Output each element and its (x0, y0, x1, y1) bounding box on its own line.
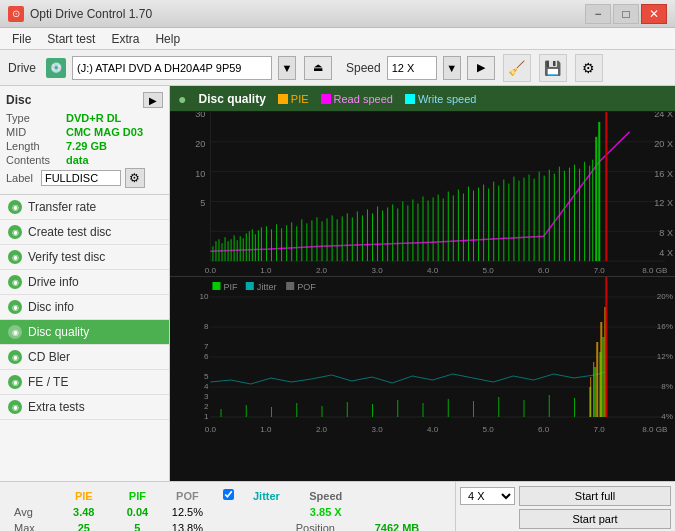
svg-rect-169 (600, 322, 602, 417)
svg-rect-44 (271, 229, 272, 261)
sidebar-item-disc-info[interactable]: ◉ Disc info (0, 295, 169, 320)
svg-text:16 X: 16 X (654, 169, 673, 179)
svg-rect-32 (231, 239, 232, 261)
svg-rect-69 (397, 208, 398, 261)
left-panel: Disc ▶ Type DVD+R DL MID CMC MAG D03 Len… (0, 86, 170, 481)
position-value: 7462 MB (362, 521, 432, 531)
svg-rect-105 (579, 169, 580, 261)
avg-speed: 3.85 X (292, 505, 360, 519)
top-chart: 30 20 10 5 24 X 20 X 16 X 12 X 8 X 4 X 0… (170, 112, 675, 277)
drive-selector[interactable]: (J:) ATAPI DVD A DH20A4P 9P59 (72, 56, 272, 80)
svg-rect-74 (423, 196, 424, 261)
svg-rect-104 (574, 165, 575, 261)
svg-rect-110 (598, 122, 600, 261)
eject-button[interactable]: ⏏ (304, 56, 332, 80)
svg-rect-27 (215, 241, 216, 261)
maximize-button[interactable]: □ (613, 4, 639, 24)
svg-rect-36 (243, 238, 244, 261)
svg-rect-67 (387, 207, 388, 261)
svg-rect-148 (246, 405, 247, 417)
bottom-chart: PIF Jitter POF 20% 16% 12% 8% 4 (170, 277, 675, 437)
svg-text:2: 2 (204, 402, 209, 411)
svg-rect-93 (518, 181, 519, 262)
svg-rect-149 (271, 407, 272, 417)
minimize-button[interactable]: − (585, 4, 611, 24)
svg-rect-80 (453, 195, 454, 261)
sidebar-item-disc-quality[interactable]: ◉ Disc quality (0, 320, 169, 345)
transfer-rate-icon: ◉ (8, 200, 22, 214)
svg-rect-81 (458, 190, 459, 262)
sidebar-item-cd-bler[interactable]: ◉ CD Bler (0, 345, 169, 370)
svg-rect-50 (301, 219, 302, 261)
clear-button[interactable]: 🧹 (503, 54, 531, 82)
disc-quality-icon: ◉ (8, 325, 22, 339)
speed-selector[interactable]: 12 X (387, 56, 437, 80)
menu-extra[interactable]: Extra (103, 30, 147, 48)
drive-icon: 💿 (46, 58, 66, 78)
drive-label: Drive (8, 61, 36, 75)
menu-file[interactable]: File (4, 30, 39, 48)
create-test-disc-icon: ◉ (8, 225, 22, 239)
speed-right-button[interactable]: ▶ (467, 56, 495, 80)
close-button[interactable]: ✕ (641, 4, 667, 24)
svg-text:5: 5 (204, 372, 209, 381)
menu-help[interactable]: Help (147, 30, 188, 48)
verify-test-disc-icon: ◉ (8, 250, 22, 264)
cd-bler-label: CD Bler (28, 350, 70, 364)
pie-legend-dot (278, 94, 288, 104)
avg-pof: 12.5% (161, 505, 213, 519)
sidebar-item-transfer-rate[interactable]: ◉ Transfer rate (0, 195, 169, 220)
options-button[interactable]: ⚙ (575, 54, 603, 82)
disc-arrow-button[interactable]: ▶ (143, 92, 163, 108)
disc-label-input[interactable] (41, 170, 121, 186)
svg-rect-89 (498, 186, 499, 262)
disc-label-gear[interactable]: ⚙ (125, 168, 145, 188)
scan-speed-select[interactable]: 4 X 8 X 12 X (460, 487, 515, 505)
start-full-button[interactable]: Start full (519, 486, 671, 506)
svg-rect-51 (306, 223, 307, 261)
svg-text:8%: 8% (661, 382, 673, 391)
svg-text:1.0: 1.0 (260, 266, 272, 275)
svg-text:2.0: 2.0 (316, 425, 328, 434)
svg-rect-85 (478, 188, 479, 262)
col-header-jitter-check (216, 488, 241, 503)
menu-bar: File Start test Extra Help (0, 28, 675, 50)
max-pof: 13.8% (161, 521, 213, 531)
svg-text:2.0: 2.0 (316, 266, 328, 275)
svg-rect-151 (322, 406, 323, 417)
svg-rect-154 (397, 400, 398, 417)
svg-rect-97 (539, 172, 540, 261)
svg-rect-76 (433, 197, 434, 261)
write-speed-legend-label: Write speed (418, 93, 477, 105)
disc-info-label: Disc info (28, 300, 74, 314)
sidebar-item-extra-tests[interactable]: ◉ Extra tests (0, 395, 169, 420)
save-button[interactable]: 💾 (539, 54, 567, 82)
sidebar-item-fe-te[interactable]: ◉ FE / TE (0, 370, 169, 395)
svg-text:5.0: 5.0 (483, 425, 495, 434)
extra-tests-icon: ◉ (8, 400, 22, 414)
svg-rect-60 (352, 217, 353, 261)
sidebar-item-create-test-disc[interactable]: ◉ Create test disc (0, 220, 169, 245)
svg-text:4.0: 4.0 (427, 266, 439, 275)
sidebar-item-verify-test-disc[interactable]: ◉ Verify test disc (0, 245, 169, 270)
start-part-button[interactable]: Start part (519, 509, 671, 529)
svg-text:4.0: 4.0 (427, 425, 439, 434)
svg-rect-153 (372, 404, 373, 417)
drive-dropdown-arrow[interactable]: ▼ (278, 56, 296, 80)
svg-text:20 X: 20 X (654, 139, 673, 149)
svg-rect-113 (212, 282, 220, 290)
svg-rect-159 (524, 400, 525, 417)
disc-quality-label: Disc quality (28, 325, 89, 339)
col-header-jitter: Jitter (243, 488, 290, 503)
title-bar: ⊙ Opti Drive Control 1.70 − □ ✕ (0, 0, 675, 28)
svg-text:Jitter: Jitter (257, 282, 277, 292)
menu-start-test[interactable]: Start test (39, 30, 103, 48)
sidebar-item-drive-info[interactable]: ◉ Drive info (0, 270, 169, 295)
svg-rect-34 (237, 240, 238, 261)
avg-jitter (243, 505, 290, 519)
app-icon: ⊙ (8, 6, 24, 22)
svg-rect-49 (296, 226, 297, 261)
speed-dropdown-arrow[interactable]: ▼ (443, 56, 461, 80)
cd-bler-icon: ◉ (8, 350, 22, 364)
jitter-checkbox[interactable] (223, 489, 234, 500)
